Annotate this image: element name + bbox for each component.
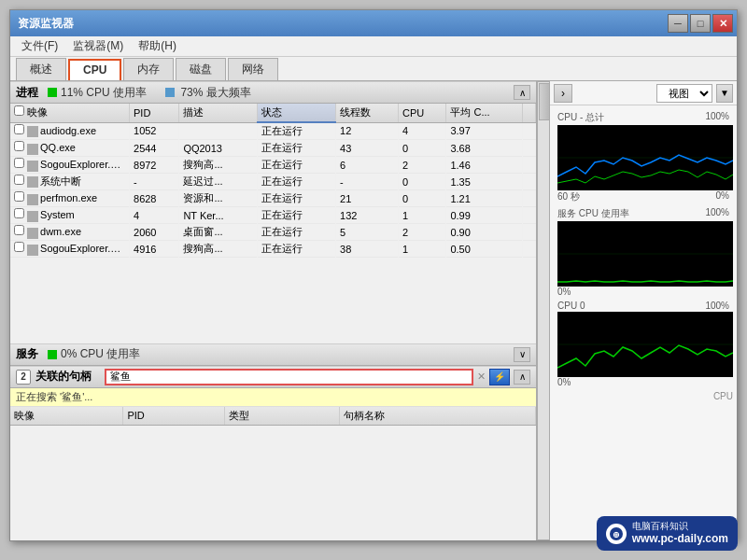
tab-cpu[interactable]: CPU — [68, 59, 121, 80]
menu-monitor[interactable]: 监视器(M) — [65, 36, 131, 56]
chart1-canvas — [557, 125, 733, 190]
handle-table-container[interactable]: 映像 PID 类型 句柄名称 — [10, 407, 536, 540]
col-avg[interactable]: 平均 C... — [446, 104, 523, 122]
process-icon — [27, 126, 38, 137]
table-row[interactable]: perfmon.exe 8628 资源和... 正在运行 21 0 1.21 — [10, 190, 536, 207]
process-freq: 73% 最大频率 — [165, 85, 251, 101]
cell-avg: 3.97 — [446, 122, 523, 140]
col-desc[interactable]: 描述 — [179, 104, 257, 122]
process-icon — [27, 161, 38, 172]
service-collapse-button[interactable]: ∨ — [514, 347, 530, 362]
cell-cpu: 2 — [399, 224, 446, 241]
tab-network[interactable]: 网络 — [228, 58, 278, 80]
row-checkbox[interactable] — [14, 124, 24, 134]
watermark-logo-icon: ⊕ — [609, 526, 624, 541]
process-table: 映像 PID 描述 状态 线程数 CPU 平均 C... — [10, 104, 536, 258]
watermark-line1: 电脑百科知识 — [632, 520, 728, 532]
view-selector[interactable]: 视图 — [656, 84, 712, 103]
cell-cpu: 2 — [399, 157, 446, 174]
tab-bar: 概述 CPU 内存 磁盘 网络 — [10, 57, 737, 81]
col-pid[interactable]: PID — [130, 104, 179, 122]
searching-status: 正在搜索 '鲨鱼'... — [10, 388, 536, 407]
cell-pid: 8628 — [130, 190, 179, 207]
main-scrollbar[interactable] — [537, 81, 550, 540]
cell-desc: 资源和... — [179, 190, 257, 207]
process-collapse-button[interactable]: ∧ — [514, 85, 530, 100]
cell-status: 正在运行 — [257, 174, 335, 190]
col-scrollspc — [523, 104, 536, 122]
menu-bar: 文件(F) 监视器(M) 帮助(H) — [10, 36, 737, 57]
charts-container: CPU - 总计 100% 60 — [550, 105, 737, 540]
cell-pid: - — [130, 174, 179, 190]
menu-help[interactable]: 帮助(H) — [131, 36, 184, 56]
tab-disk[interactable]: 磁盘 — [176, 58, 226, 80]
row-checkbox[interactable] — [14, 175, 24, 185]
handle-collapse-button[interactable]: ∧ — [514, 370, 530, 385]
handle-col-image[interactable]: 映像 — [10, 407, 123, 426]
handle-col-type[interactable]: 类型 — [224, 407, 339, 426]
close-button[interactable]: ✕ — [712, 14, 733, 33]
handle-search-button[interactable]: ⚡ — [489, 369, 510, 385]
cell-threads: 6 — [336, 157, 399, 174]
service-cpu-indicator: 0% CPU 使用率 — [48, 346, 140, 362]
table-row[interactable]: SogouExplorer.exe 4916 搜狗高... 正在运行 38 1 … — [10, 241, 536, 258]
process-icon — [27, 144, 38, 155]
row-checkbox[interactable] — [14, 141, 24, 151]
row-checkbox[interactable] — [14, 242, 24, 252]
col-image[interactable]: 映像 — [10, 104, 130, 122]
cell-cpu: 0 — [399, 190, 446, 207]
service-section: 服务 0% CPU 使用率 ∨ — [10, 343, 536, 366]
process-icon — [27, 228, 38, 239]
table-row[interactable]: dwm.exe 2060 桌面窗... 正在运行 5 2 0.90 — [10, 224, 536, 241]
left-panel: 进程 11% CPU 使用率 73% 最大频率 ∧ — [10, 81, 537, 540]
table-row[interactable]: SogouExplorer.exe 8972 搜狗高... 正在运行 6 2 1… — [10, 157, 536, 174]
row-checkbox[interactable] — [14, 208, 24, 218]
handle-header: 2 关联的句柄 ✕ ⚡ ∧ — [10, 366, 536, 388]
maximize-button[interactable]: □ — [690, 14, 711, 33]
cell-image: perfmon.exe — [10, 190, 130, 207]
svg-text:⊕: ⊕ — [613, 530, 620, 539]
cell-status: 正在运行 — [257, 207, 335, 224]
process-header: 进程 11% CPU 使用率 73% 最大频率 ∧ — [10, 81, 536, 104]
view-dropdown-button[interactable]: ▼ — [716, 84, 733, 103]
cell-avg: 1.21 — [446, 190, 523, 207]
table-row[interactable]: 系统中断 - 延迟过... 正在运行 - 0 1.35 — [10, 174, 536, 190]
handle-search-input[interactable] — [105, 369, 473, 385]
row-checkbox[interactable] — [14, 191, 24, 202]
handle-clear-button[interactable]: ✕ — [477, 371, 486, 383]
process-cpu-indicator: 11% CPU 使用率 — [48, 85, 147, 101]
cell-cpu: 4 — [399, 122, 446, 140]
main-window: 资源监视器 ─ □ ✕ 文件(F) 监视器(M) 帮助(H) 概述 CPU 内存… — [9, 9, 738, 541]
table-row[interactable]: audiodg.exe 1052 正在运行 12 4 3.97 — [10, 122, 536, 140]
watermark-line2: www.pc-daily.com — [632, 532, 728, 547]
row-checkbox[interactable] — [14, 158, 24, 168]
scrollbar-thumb[interactable] — [539, 83, 550, 120]
watermark: ⊕ 电脑百科知识 www.pc-daily.com — [597, 516, 738, 551]
handle-col-pid[interactable]: PID — [123, 407, 224, 426]
minimize-button[interactable]: ─ — [668, 14, 688, 33]
freq-dot-icon — [165, 88, 175, 97]
select-all-checkbox[interactable] — [14, 105, 24, 116]
right-expand-button[interactable]: › — [554, 84, 572, 103]
col-status[interactable]: 状态 — [257, 104, 335, 122]
cell-image: audiodg.exe — [10, 122, 130, 140]
handle-table: 映像 PID 类型 句柄名称 — [10, 407, 536, 426]
col-threads[interactable]: 线程数 — [336, 104, 399, 122]
col-cpu[interactable]: CPU — [399, 104, 446, 122]
table-row[interactable]: QQ.exe 2544 QQ2013 正在运行 43 0 3.68 — [10, 140, 536, 157]
table-row[interactable]: System 4 NT Ker... 正在运行 132 1 0.99 — [10, 207, 536, 224]
row-checkbox[interactable] — [14, 225, 24, 235]
cell-threads: 43 — [336, 140, 399, 157]
service-cpu-usage: 0% CPU 使用率 — [61, 346, 140, 362]
tab-memory[interactable]: 内存 — [123, 58, 174, 80]
tab-overview[interactable]: 概述 — [16, 58, 66, 80]
menu-file[interactable]: 文件(F) — [14, 36, 65, 56]
cell-avg: 0.99 — [446, 207, 523, 224]
cell-image: 系统中断 — [10, 174, 130, 190]
chart1-max: 100% — [705, 111, 729, 124]
process-table-container[interactable]: 映像 PID 描述 状态 线程数 CPU 平均 C... — [10, 104, 536, 343]
window-title: 资源监视器 — [18, 16, 74, 32]
chart1-time: 60 秒 — [557, 190, 580, 203]
cell-pid: 8972 — [130, 157, 179, 174]
handle-col-name[interactable]: 句柄名称 — [339, 407, 535, 426]
